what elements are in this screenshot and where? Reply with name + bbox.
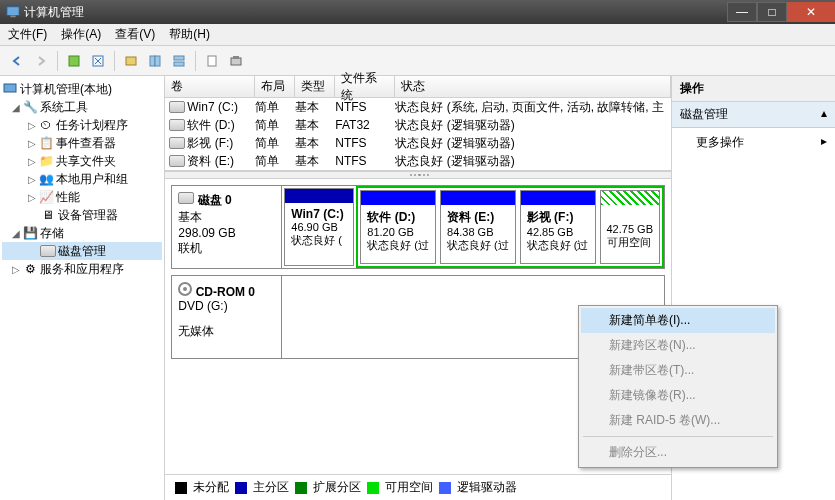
- svg-rect-1: [10, 16, 15, 18]
- toolbar-button-3[interactable]: [144, 50, 166, 72]
- volume-list[interactable]: 卷 布局 类型 文件系统 状态 Win7 (C:)简单基本NTFS状态良好 (系…: [165, 76, 671, 171]
- window-title: 计算机管理: [24, 4, 84, 21]
- expand-icon[interactable]: ▷: [26, 174, 38, 185]
- svg-rect-6: [155, 56, 160, 66]
- svg-rect-7: [174, 56, 184, 60]
- menu-separator: [583, 436, 773, 437]
- disk-0-row[interactable]: 磁盘 0 基本 298.09 GB 联机 Win7 (C:)46.90 GB状态…: [171, 185, 665, 269]
- wrench-icon: 🔧: [22, 99, 38, 115]
- partition-logical[interactable]: 软件 (D:)81.20 GB状态良好 (过: [360, 190, 436, 264]
- legend-logical-swatch: [439, 482, 451, 494]
- expand-icon[interactable]: ▷: [26, 192, 38, 203]
- partition-primary[interactable]: Win7 (C:)46.90 GB状态良好 (: [284, 188, 354, 266]
- actions-section[interactable]: 磁盘管理▴: [672, 102, 835, 128]
- chevron-right-icon: ▸: [821, 134, 827, 148]
- legend-extended-swatch: [295, 482, 307, 494]
- context-menu[interactable]: 新建简单卷(I)... 新建跨区卷(N)... 新建带区卷(T)... 新建镜像…: [578, 305, 778, 468]
- legend-free-swatch: [367, 482, 379, 494]
- menu-new-mirror-volume: 新建镜像卷(R)...: [581, 383, 775, 408]
- volume-list-header: 卷 布局 类型 文件系统 状态: [165, 76, 671, 98]
- svg-rect-8: [174, 62, 184, 66]
- menu-new-striped-volume: 新建带区卷(T)...: [581, 358, 775, 383]
- collapse-arrow-icon: ▴: [821, 106, 827, 123]
- maximize-button[interactable]: □: [757, 2, 787, 22]
- svg-rect-5: [150, 56, 155, 66]
- svg-rect-9: [208, 56, 216, 66]
- col-type[interactable]: 类型: [295, 76, 335, 97]
- collapse-icon[interactable]: ◢: [10, 102, 22, 113]
- legend-primary-swatch: [235, 482, 247, 494]
- menu-action[interactable]: 操作(A): [61, 26, 101, 43]
- menu-new-raid5-volume: 新建 RAID-5 卷(W)...: [581, 408, 775, 433]
- toolbar-button-1[interactable]: [63, 50, 85, 72]
- services-icon: ⚙: [22, 261, 38, 277]
- legend: 未分配 主分区 扩展分区 可用空间 逻辑驱动器: [165, 474, 671, 500]
- toolbar-button-5[interactable]: [201, 50, 223, 72]
- expand-icon[interactable]: ▷: [26, 120, 38, 131]
- cdrom-info[interactable]: CD-ROM 0 DVD (G:) 无媒体: [172, 276, 282, 358]
- disk-icon: [40, 243, 56, 259]
- extended-partition[interactable]: 软件 (D:)81.20 GB状态良好 (过资料 (E:)84.38 GB状态良…: [356, 186, 664, 268]
- svg-rect-11: [233, 56, 239, 59]
- menu-file[interactable]: 文件(F): [8, 26, 47, 43]
- expand-icon[interactable]: ▷: [26, 156, 38, 167]
- event-icon: 📋: [38, 135, 54, 151]
- col-layout[interactable]: 布局: [255, 76, 295, 97]
- expand-icon[interactable]: ▷: [10, 264, 22, 275]
- minimize-button[interactable]: —: [727, 2, 757, 22]
- partition-free[interactable]: 42.75 GB可用空间: [600, 190, 660, 264]
- col-fs[interactable]: 文件系统: [335, 76, 395, 97]
- splitter[interactable]: [165, 171, 671, 179]
- disk-0-info[interactable]: 磁盘 0 基本 298.09 GB 联机: [172, 186, 282, 268]
- menu-new-spanned-volume: 新建跨区卷(N)...: [581, 333, 775, 358]
- volume-row[interactable]: 影视 (F:)简单基本NTFS状态良好 (逻辑驱动器): [165, 134, 671, 152]
- tree-disk-management[interactable]: 磁盘管理: [2, 242, 162, 260]
- volume-icon: [169, 101, 185, 113]
- cdrom-icon: [178, 282, 192, 296]
- svg-rect-0: [7, 7, 19, 16]
- more-actions[interactable]: 更多操作 ▸: [672, 128, 835, 157]
- menu-delete-partition: 删除分区...: [581, 440, 775, 465]
- volume-row[interactable]: Win7 (C:)简单基本NTFS状态良好 (系统, 启动, 页面文件, 活动,…: [165, 98, 671, 116]
- actions-header: 操作: [672, 76, 835, 102]
- disk-icon: [178, 192, 194, 204]
- volume-icon: [169, 119, 185, 131]
- svg-rect-4: [126, 57, 136, 65]
- clock-icon: ⏲: [38, 117, 54, 133]
- back-button[interactable]: [6, 50, 28, 72]
- partition-logical[interactable]: 影视 (F:)42.85 GB状态良好 (过: [520, 190, 596, 264]
- toolbar-button-6[interactable]: [225, 50, 247, 72]
- col-volume[interactable]: 卷: [165, 76, 255, 97]
- menu-view[interactable]: 查看(V): [115, 26, 155, 43]
- menu-help[interactable]: 帮助(H): [169, 26, 210, 43]
- forward-button[interactable]: [30, 50, 52, 72]
- col-status[interactable]: 状态: [395, 76, 671, 97]
- device-icon: 🖥: [40, 207, 56, 223]
- toolbar-button-2[interactable]: [120, 50, 142, 72]
- title-bar: 计算机管理 — □ ✕: [0, 0, 835, 24]
- svg-rect-12: [4, 84, 16, 92]
- volume-icon: [169, 155, 185, 167]
- collapse-icon[interactable]: ◢: [10, 228, 22, 239]
- menu-bar: 文件(F) 操作(A) 查看(V) 帮助(H): [0, 24, 835, 46]
- navigation-tree[interactable]: 计算机管理(本地) ◢🔧系统工具 ▷⏲任务计划程序 ▷📋事件查看器 ▷📁共享文件…: [0, 76, 165, 500]
- toolbar-button-4[interactable]: [168, 50, 190, 72]
- volume-icon: [169, 137, 185, 149]
- app-icon: [6, 5, 20, 19]
- svg-rect-2: [69, 56, 79, 66]
- storage-icon: 💾: [22, 225, 38, 241]
- svg-rect-10: [231, 58, 241, 65]
- toolbar: [0, 46, 835, 76]
- legend-unallocated-swatch: [175, 482, 187, 494]
- computer-icon: [2, 81, 18, 97]
- volume-row[interactable]: 软件 (D:)简单基本FAT32状态良好 (逻辑驱动器): [165, 116, 671, 134]
- perf-icon: 📈: [38, 189, 54, 205]
- folder-icon: 📁: [38, 153, 54, 169]
- users-icon: 👥: [38, 171, 54, 187]
- partition-logical[interactable]: 资料 (E:)84.38 GB状态良好 (过: [440, 190, 516, 264]
- menu-new-simple-volume[interactable]: 新建简单卷(I)...: [581, 308, 775, 333]
- refresh-button[interactable]: [87, 50, 109, 72]
- close-button[interactable]: ✕: [787, 2, 835, 22]
- expand-icon[interactable]: ▷: [26, 138, 38, 149]
